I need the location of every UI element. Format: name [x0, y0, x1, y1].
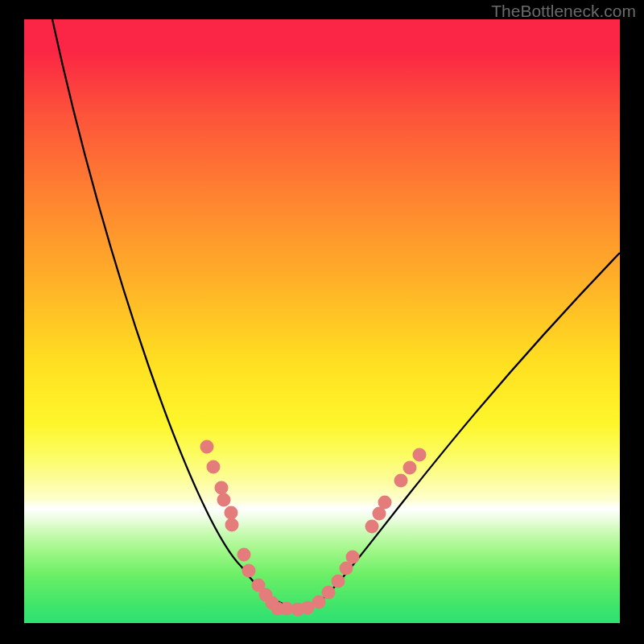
- data-dot: [215, 481, 229, 495]
- data-dot: [217, 493, 231, 507]
- data-dot: [378, 496, 392, 510]
- data-dot: [403, 461, 417, 475]
- watermark-text: TheBottleneck.com: [491, 2, 636, 21]
- data-dot: [413, 448, 427, 462]
- data-dot: [242, 564, 256, 578]
- plot-area: [24, 19, 620, 623]
- data-dot: [207, 460, 221, 474]
- data-dot: [394, 474, 408, 488]
- data-dot: [322, 586, 336, 600]
- data-dot: [237, 548, 251, 562]
- data-dots: [200, 440, 427, 617]
- data-dot: [346, 551, 360, 564]
- bottleneck-curve-svg: [24, 19, 620, 623]
- chart-frame: TheBottleneck.com: [0, 0, 644, 644]
- data-dot: [200, 440, 214, 454]
- data-dot: [332, 575, 345, 588]
- data-dot: [225, 506, 238, 520]
- data-dot: [312, 596, 326, 609]
- data-dot: [225, 518, 239, 532]
- bottleneck-curve: [52, 19, 620, 607]
- data-dot: [365, 520, 379, 534]
